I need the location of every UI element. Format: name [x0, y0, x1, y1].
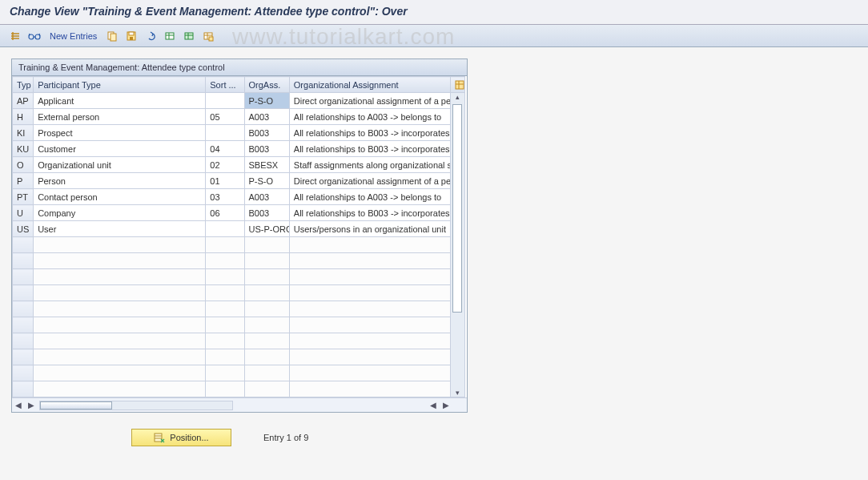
cell-orgass[interactable]: SBESX — [244, 157, 289, 173]
empty-cell[interactable] — [206, 237, 244, 253]
empty-cell[interactable] — [34, 301, 206, 317]
cell-typ[interactable]: O — [13, 157, 34, 173]
table-row-empty[interactable] — [13, 237, 465, 253]
cell-orgass[interactable]: A003 — [244, 109, 289, 125]
empty-cell[interactable] — [289, 253, 450, 269]
glasses-icon[interactable] — [27, 29, 42, 43]
empty-cell[interactable] — [289, 237, 450, 253]
table-row[interactable]: APApplicantP-S-ODirect organizational as… — [13, 93, 465, 109]
cell-orgassign[interactable]: All relationships to A003 -> belongs to — [289, 189, 450, 205]
table-row[interactable]: HExternal person05A003All relationships … — [13, 109, 465, 125]
table-row[interactable]: USUserUS-P-ORGUsers/persons in an organi… — [13, 221, 465, 237]
select-all-icon[interactable] — [182, 29, 196, 43]
vscroll-down-button[interactable]: ▾ — [451, 389, 464, 397]
cell-sort[interactable] — [206, 125, 244, 141]
empty-cell[interactable] — [34, 269, 206, 285]
cell-ptype[interactable]: Customer — [34, 141, 206, 157]
empty-cell[interactable] — [13, 285, 34, 301]
empty-cell[interactable] — [13, 317, 34, 333]
empty-cell[interactable] — [244, 301, 289, 317]
table-row-empty[interactable] — [13, 317, 465, 333]
vscroll-thumb[interactable] — [452, 104, 462, 313]
cell-orgass[interactable]: B003 — [244, 205, 289, 221]
table-row-empty[interactable] — [13, 269, 465, 285]
table-row[interactable]: KIProspectB003All relationships to B003 … — [13, 125, 465, 141]
empty-cell[interactable] — [244, 349, 289, 365]
cell-sort[interactable]: 01 — [206, 173, 244, 189]
cell-ptype[interactable]: Person — [34, 173, 206, 189]
table-row-empty[interactable] — [13, 285, 465, 301]
cell-typ[interactable]: KU — [13, 141, 34, 157]
empty-cell[interactable] — [244, 285, 289, 301]
cell-orgassign[interactable]: All relationships to B003 -> incorporate… — [289, 141, 450, 157]
cell-orgass[interactable]: A003 — [244, 189, 289, 205]
table-row[interactable]: UCompany06B003All relationships to B003 … — [13, 205, 465, 221]
empty-cell[interactable] — [289, 349, 450, 365]
cell-typ[interactable]: H — [13, 109, 34, 125]
cell-sort[interactable]: 03 — [206, 189, 244, 205]
cell-ptype[interactable]: Organizational unit — [34, 157, 206, 173]
cell-orgassign[interactable]: Direct organizational assignment of a pe… — [289, 93, 450, 109]
empty-cell[interactable] — [13, 333, 34, 349]
empty-cell[interactable] — [34, 365, 206, 381]
cell-orgass[interactable]: P-S-O — [244, 173, 289, 189]
expand-icon[interactable] — [8, 29, 22, 43]
cell-orgassign[interactable]: All relationships to B003 -> incorporate… — [289, 125, 450, 141]
hscroll-right2-button[interactable]: ▶ — [440, 401, 452, 409]
empty-cell[interactable] — [13, 381, 34, 397]
empty-cell[interactable] — [13, 301, 34, 317]
empty-cell[interactable] — [289, 317, 450, 333]
col-header-participant-type[interactable]: Participant Type — [34, 77, 206, 93]
empty-cell[interactable] — [244, 317, 289, 333]
table-row-empty[interactable] — [13, 301, 465, 317]
deselect-icon[interactable] — [201, 29, 215, 43]
empty-cell[interactable] — [206, 269, 244, 285]
empty-cell[interactable] — [244, 381, 289, 397]
hscroll-right-button[interactable]: ▶ — [25, 401, 38, 409]
empty-cell[interactable] — [34, 285, 206, 301]
empty-cell[interactable] — [289, 333, 450, 349]
empty-cell[interactable] — [34, 237, 206, 253]
cell-typ[interactable]: U — [13, 205, 34, 221]
empty-cell[interactable] — [34, 253, 206, 269]
empty-cell[interactable] — [206, 333, 244, 349]
cell-orgassign[interactable]: Users/persons in an organizational unit — [289, 221, 450, 237]
empty-cell[interactable] — [206, 381, 244, 397]
table-row-empty[interactable] — [13, 381, 465, 397]
cell-sort[interactable] — [206, 93, 244, 109]
empty-cell[interactable] — [206, 253, 244, 269]
empty-cell[interactable] — [34, 381, 206, 397]
empty-cell[interactable] — [206, 301, 244, 317]
empty-cell[interactable] — [13, 349, 34, 365]
empty-cell[interactable] — [244, 365, 289, 381]
cell-ptype[interactable]: Contact person — [34, 189, 206, 205]
copy-icon[interactable] — [105, 29, 119, 43]
empty-cell[interactable] — [289, 365, 450, 381]
empty-cell[interactable] — [13, 253, 34, 269]
cell-typ[interactable]: P — [13, 173, 34, 189]
table-row-empty[interactable] — [13, 365, 465, 381]
empty-cell[interactable] — [244, 253, 289, 269]
empty-cell[interactable] — [289, 381, 450, 397]
new-entries-link[interactable]: New Entries — [46, 31, 100, 41]
col-header-org-assignment[interactable]: Organizational Assignment — [289, 77, 450, 93]
hscroll-track[interactable] — [39, 401, 233, 410]
empty-cell[interactable] — [34, 317, 206, 333]
empty-cell[interactable] — [289, 269, 450, 285]
table-row[interactable]: PPerson01P-S-ODirect organizational assi… — [13, 173, 465, 189]
empty-cell[interactable] — [244, 269, 289, 285]
empty-cell[interactable] — [206, 365, 244, 381]
table-row[interactable]: PTContact person03A003All relationships … — [13, 189, 465, 205]
empty-cell[interactable] — [206, 285, 244, 301]
cell-ptype[interactable]: Company — [34, 205, 206, 221]
table-icon[interactable] — [163, 29, 177, 43]
empty-cell[interactable] — [206, 349, 244, 365]
hscroll-left-button[interactable]: ◀ — [12, 401, 25, 409]
cell-typ[interactable]: AP — [13, 93, 34, 109]
table-row[interactable]: KUCustomer04B003All relationships to B00… — [13, 141, 465, 157]
hscroll-thumb[interactable] — [40, 401, 112, 409]
cell-ptype[interactable]: External person — [34, 109, 206, 125]
cell-sort[interactable] — [206, 221, 244, 237]
col-header-typ[interactable]: Typ — [13, 77, 34, 93]
cell-orgass[interactable]: B003 — [244, 125, 289, 141]
